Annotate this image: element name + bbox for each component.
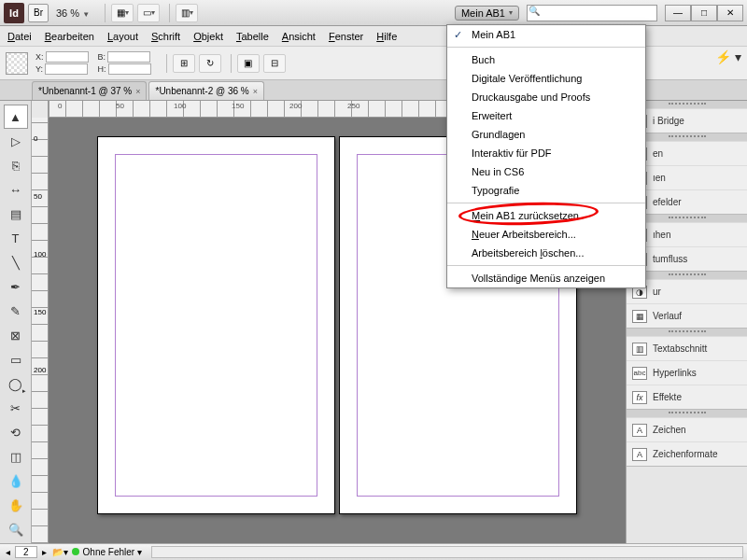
rectangle-frame-tool[interactable]: ⊠: [4, 323, 28, 347]
app-icon: Id: [4, 3, 24, 23]
ws-item-advanced[interactable]: Erweitert: [447, 106, 645, 125]
quick-apply-icon[interactable]: ⚡ ▾: [715, 49, 741, 64]
hand-tool[interactable]: ✋: [4, 493, 28, 517]
menu-layout[interactable]: Layout: [107, 31, 138, 42]
panel-story[interactable]: ▥Textabschnitt: [627, 336, 747, 360]
menu-view[interactable]: Ansicht: [282, 31, 316, 42]
vertical-ruler: 0 50 100 150 200: [32, 118, 49, 543]
ellipse-tool[interactable]: ◯▸: [4, 371, 28, 396]
eyedropper-tool[interactable]: 💧: [4, 469, 28, 493]
menu-help[interactable]: Hilfe: [376, 31, 397, 42]
preflight-status[interactable]: Ohne Fehler ▾: [72, 547, 142, 557]
ws-item-print[interactable]: Druckausgabe und Proofs: [447, 88, 645, 106]
y-field[interactable]: [45, 63, 88, 75]
close-icon[interactable]: ×: [253, 87, 258, 96]
ws-item-new[interactable]: Neu in CS6: [447, 162, 645, 181]
rectangle-tool[interactable]: ▭: [4, 347, 28, 371]
minimize-button[interactable]: —: [665, 5, 691, 21]
workspace-switcher[interactable]: Mein AB1▾: [455, 6, 519, 21]
page-left[interactable]: [97, 136, 335, 514]
fill-stroke-icon[interactable]: [6, 52, 28, 75]
menu-type[interactable]: Schrift: [151, 31, 180, 42]
menu-window[interactable]: Fenster: [329, 31, 363, 42]
h-field[interactable]: [108, 63, 151, 75]
arrange-icon[interactable]: ▥▾: [176, 4, 198, 22]
ws-item-essentials[interactable]: Grundlagen: [447, 125, 645, 144]
gradient-tool[interactable]: ◫: [4, 444, 28, 469]
type-tool[interactable]: T: [4, 226, 28, 250]
ws-item-new-ws[interactable]: Neuer Arbeitsbereich...: [447, 225, 645, 244]
ws-item-book[interactable]: Buch: [447, 50, 645, 69]
search-input[interactable]: [527, 5, 657, 21]
selection-tool[interactable]: ▲: [4, 105, 28, 129]
zoom-tool[interactable]: 🔍: [4, 517, 28, 541]
menu-edit[interactable]: Bearbeiten: [45, 31, 94, 42]
close-button[interactable]: ✕: [717, 5, 743, 21]
ws-item-fullmenus[interactable]: Vollständige Menüs anzeigen: [447, 269, 645, 287]
panel-gradient[interactable]: ▦Verlauf: [627, 303, 747, 328]
close-icon[interactable]: ×: [135, 87, 140, 96]
tab-doc1[interactable]: *Unbenannt-1 @ 37 %×: [32, 81, 147, 100]
panel-effects[interactable]: fxEffekte: [627, 385, 747, 409]
page-next-icon[interactable]: ▸: [41, 547, 49, 557]
maximize-button[interactable]: □: [691, 5, 717, 21]
ws-item-interactive[interactable]: Interaktiv für PDF: [447, 144, 645, 162]
page-number-field[interactable]: 2: [15, 546, 37, 558]
status-bar: ◂ 2 ▸ 📂▾ Ohne Fehler ▾: [0, 543, 747, 560]
panel-character[interactable]: AZeichen: [627, 417, 747, 441]
page-prev-icon[interactable]: ◂: [4, 547, 11, 557]
menu-table[interactable]: Tabelle: [236, 31, 269, 42]
align-icon[interactable]: ⊟: [263, 54, 286, 73]
tool-panel: ▲ ▷ ⎘ ↔ ▤ T ╲ ✒ ✎ ⊠ ▭ ◯▸ ✂ ⟲ ◫ 💧 ✋ 🔍: [0, 101, 32, 543]
zoom-level[interactable]: 36 % ▼: [56, 7, 90, 19]
gap-tool[interactable]: ↔: [4, 177, 28, 202]
transform-tool[interactable]: ⟲: [4, 420, 28, 444]
ws-item-digital[interactable]: Digitale Veröffentlichung: [447, 69, 645, 88]
page-tool[interactable]: ⎘: [4, 153, 28, 177]
menu-object[interactable]: Objekt: [193, 31, 223, 42]
ws-item-current[interactable]: Mein AB1: [447, 25, 645, 44]
title-bar: Id Br 36 % ▼ ▦▾ ▭▾ ▥▾ Mein AB1▾ — □ ✕: [0, 0, 747, 26]
content-tool[interactable]: ▤: [4, 202, 28, 226]
transform-icon[interactable]: ⊞: [173, 54, 195, 73]
ws-item-typography[interactable]: Typografie: [447, 181, 645, 200]
w-field[interactable]: [107, 51, 150, 63]
menu-file[interactable]: DDateiatei: [7, 31, 32, 42]
open-icon[interactable]: 📂▾: [52, 547, 68, 557]
horizontal-scrollbar[interactable]: [151, 546, 743, 558]
workspace-menu: Mein AB1 Buch Digitale Veröffentlichung …: [446, 24, 646, 288]
direct-selection-tool[interactable]: ▷: [4, 129, 28, 153]
fit-icon[interactable]: ▣: [237, 54, 260, 73]
x-field[interactable]: [46, 51, 89, 63]
bridge-icon[interactable]: Br: [28, 4, 49, 22]
screen-mode-icon[interactable]: ▭▾: [137, 4, 160, 22]
panel-charstyles[interactable]: AZeichenformate: [627, 441, 747, 466]
line-tool[interactable]: ╲: [4, 250, 28, 274]
pen-tool[interactable]: ✒: [4, 274, 28, 299]
panel-hyperlinks[interactable]: abcHyperlinks: [627, 360, 747, 385]
ws-item-delete[interactable]: Arbeitsbereich löschen...: [447, 244, 645, 262]
ws-item-reset[interactable]: Mein AB1 zurücksetzen: [447, 206, 645, 225]
scissors-tool[interactable]: ✂: [4, 396, 28, 420]
tab-doc2[interactable]: *Unbenannt-2 @ 36 %×: [148, 81, 263, 100]
view-options-icon[interactable]: ▦▾: [111, 4, 134, 22]
rotate-icon[interactable]: ↻: [199, 54, 221, 73]
pencil-tool[interactable]: ✎: [4, 299, 28, 323]
